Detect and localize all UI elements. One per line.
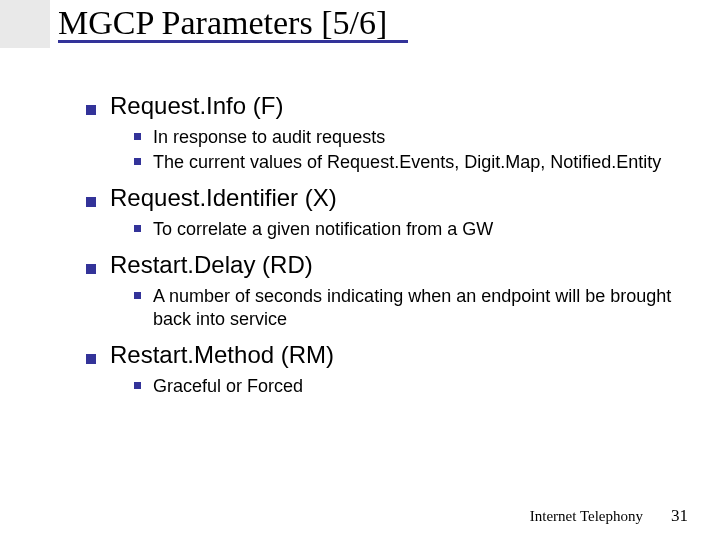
list-item: Request.Identifier (X) To correlate a gi… xyxy=(86,184,686,241)
bullet-square-small-icon xyxy=(134,133,141,140)
list-item-label: Request.Info (F) xyxy=(110,92,283,120)
list-item-label: Request.Identifier (X) xyxy=(110,184,337,212)
sublist-item: To correlate a given notification from a… xyxy=(134,218,686,241)
list-item: Restart.Method (RM) Graceful or Forced xyxy=(86,341,686,398)
content-area: Request.Info (F) In response to audit re… xyxy=(86,92,686,408)
list-item-head: Request.Info (F) xyxy=(86,92,686,120)
sublist-text: To correlate a given notification from a… xyxy=(153,218,493,241)
list-item-head: Restart.Delay (RD) xyxy=(86,251,686,279)
list-item-head: Restart.Method (RM) xyxy=(86,341,686,369)
bullet-square-icon xyxy=(86,105,96,115)
bullet-square-icon xyxy=(86,354,96,364)
sublist-text: A number of seconds indicating when an e… xyxy=(153,285,673,331)
sublist: Graceful or Forced xyxy=(134,375,686,398)
sublist-item: Graceful or Forced xyxy=(134,375,686,398)
bullet-square-small-icon xyxy=(134,382,141,389)
bullet-square-small-icon xyxy=(134,292,141,299)
sublist-text: Graceful or Forced xyxy=(153,375,303,398)
footer-label: Internet Telephony xyxy=(530,508,643,525)
slide-number: 31 xyxy=(671,506,688,526)
title-block: MGCP Parameters [5/6] xyxy=(58,4,408,43)
sublist-item: In response to audit requests xyxy=(134,126,686,149)
list-item-head: Request.Identifier (X) xyxy=(86,184,686,212)
list-item: Restart.Delay (RD) A number of seconds i… xyxy=(86,251,686,331)
sublist-item: The current values of Request.Events, Di… xyxy=(134,151,686,174)
sublist: A number of seconds indicating when an e… xyxy=(134,285,686,331)
sublist-item: A number of seconds indicating when an e… xyxy=(134,285,686,331)
bullet-square-small-icon xyxy=(134,225,141,232)
sublist-text: The current values of Request.Events, Di… xyxy=(153,151,661,174)
bullet-square-icon xyxy=(86,197,96,207)
decorative-shadow xyxy=(0,0,50,48)
bullet-square-small-icon xyxy=(134,158,141,165)
sublist-text: In response to audit requests xyxy=(153,126,385,149)
sublist: To correlate a given notification from a… xyxy=(134,218,686,241)
slide-title: MGCP Parameters [5/6] xyxy=(58,4,408,42)
list-item-label: Restart.Delay (RD) xyxy=(110,251,313,279)
slide: MGCP Parameters [5/6] Request.Info (F) I… xyxy=(0,0,720,540)
list-item: Request.Info (F) In response to audit re… xyxy=(86,92,686,174)
list-item-label: Restart.Method (RM) xyxy=(110,341,334,369)
sublist: In response to audit requests The curren… xyxy=(134,126,686,174)
bullet-square-icon xyxy=(86,264,96,274)
footer: Internet Telephony 31 xyxy=(530,506,688,526)
